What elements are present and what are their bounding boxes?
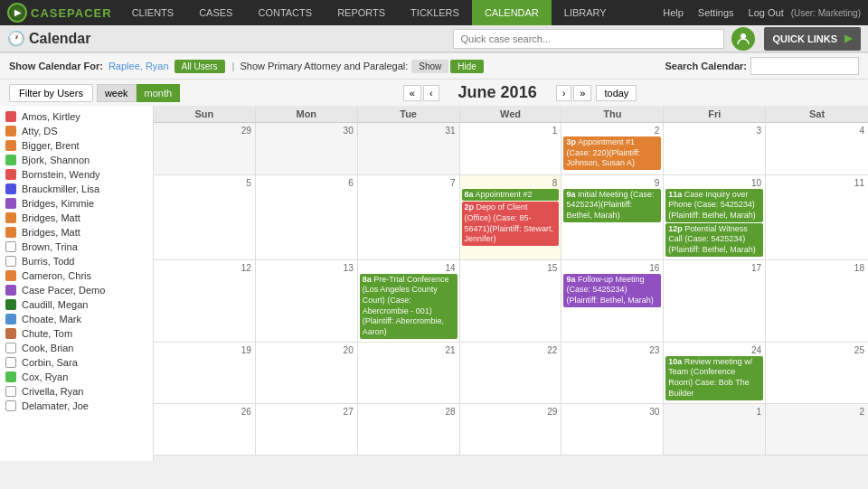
day-cell-jun29[interactable]: 29	[460, 404, 562, 456]
sidebar-name-cook: Cook, Brian	[22, 343, 73, 353]
day-cell-jun2[interactable]: 2 3p Appointment #1 (Case: 220)(Plaintif…	[561, 123, 664, 174]
sidebar-item-atty[interactable]: Atty, DS	[0, 124, 153, 138]
day-cell-jun21[interactable]: 21	[358, 343, 460, 403]
day-cell-jun10[interactable]: 10 11a Case Inquiry over Phone (Case: 54…	[664, 175, 766, 259]
sidebar-name-bridges-matt1: Bridges, Matt	[22, 212, 80, 223]
color-swatch-bigger	[5, 140, 16, 151]
day-cell-jun3[interactable]: 3	[664, 123, 766, 174]
day-cell-jun18[interactable]: 18	[766, 260, 868, 342]
day-cell-jun4[interactable]: 4	[766, 123, 868, 174]
week-view-button[interactable]: week	[97, 84, 137, 102]
day-cell-jun28[interactable]: 28	[358, 404, 460, 456]
hide-button[interactable]: Hide	[450, 60, 484, 73]
day-cell-jul2[interactable]: 2	[766, 404, 868, 456]
last-nav-button[interactable]: »	[573, 85, 591, 101]
day-cell-jun8[interactable]: 8 8a Appointment #2 2p Depo of Client (O…	[460, 175, 562, 259]
sidebar-item-amos[interactable]: Amos, Kirtley	[0, 109, 153, 124]
day-cell-jun30[interactable]: 30	[561, 404, 664, 456]
sidebar-item-brown[interactable]: Brown, Trina	[0, 240, 153, 254]
day-cell-may29[interactable]: 29	[154, 123, 256, 174]
day-cell-jun12[interactable]: 12	[154, 260, 256, 342]
day-cell-jun17[interactable]: 17	[664, 260, 766, 342]
day-number: 19	[156, 344, 253, 356]
sidebar-item-chute[interactable]: Chute, Tom	[0, 326, 153, 341]
sidebar-item-cox[interactable]: Cox, Ryan	[0, 370, 153, 384]
sidebar-item-bjork[interactable]: Bjork, Shannon	[0, 153, 153, 167]
sidebar-item-bigger[interactable]: Bigger, Brent	[0, 138, 153, 153]
sidebar-item-brauckmiller[interactable]: Brauckmiller, Lisa	[0, 182, 153, 196]
day-cell-jun27[interactable]: 27	[256, 404, 358, 456]
day-cell-jun14[interactable]: 14 8a Pre-Trial Conference (Los Angeles …	[358, 260, 460, 342]
sidebar-item-bornstein[interactable]: Bornstein, Wendy	[0, 167, 153, 182]
sidebar-item-choate[interactable]: Choate, Mark	[0, 312, 153, 326]
event-followup[interactable]: 9a Follow-up Meeting (Case: 5425234) (Pl…	[563, 274, 661, 307]
event-appointment1[interactable]: 3p Appointment #1 (Case: 220)(Plaintiff:…	[563, 136, 661, 170]
day-cell-jun11[interactable]: 11	[766, 175, 868, 259]
quick-links-button[interactable]: QUICK LINKS ▶	[764, 27, 862, 51]
show-button[interactable]: Show	[411, 60, 448, 73]
help-link[interactable]: Help	[656, 7, 691, 18]
day-cell-jun9[interactable]: 9 9a Initial Meeting (Case: 5425234)(Pla…	[561, 175, 664, 259]
day-cell-may31[interactable]: 31	[358, 123, 460, 174]
sidebar-item-bridges-matt1[interactable]: Bridges, Matt	[0, 211, 153, 225]
day-cell-jun5[interactable]: 5	[154, 175, 256, 259]
nav-contacts[interactable]: CONTACTS	[245, 0, 325, 25]
event-initial-meeting[interactable]: 9a Initial Meeting (Case: 5425234)(Plain…	[563, 189, 661, 222]
sidebar-item-crivella[interactable]: Crivella, Ryan	[0, 384, 153, 399]
search-calendar-input[interactable]	[750, 57, 859, 75]
day-cell-jun26[interactable]: 26	[154, 404, 256, 456]
event-pretrial[interactable]: 8a Pre-Trial Conference (Los Angeles Cou…	[360, 274, 458, 339]
day-cell-jun23[interactable]: 23	[561, 343, 664, 403]
day-cell-jun22[interactable]: 22	[460, 343, 562, 403]
day-cell-jun20[interactable]: 20	[256, 343, 358, 403]
week-row-2: 5 6 7 8 8a Appointment #2 2p Depo of Cli…	[154, 175, 868, 260]
event-appointment2[interactable]: 8a Appointment #2	[462, 189, 560, 202]
day-cell-jun15[interactable]: 15	[460, 260, 562, 342]
logo[interactable]: ▶ CASEPACER	[0, 3, 119, 23]
day-cell-jun1[interactable]: 1	[460, 123, 562, 174]
nav-clients[interactable]: CLIENTS	[119, 0, 186, 25]
month-view-button[interactable]: month	[137, 84, 181, 102]
day-number: 30	[258, 125, 355, 136]
day-cell-jun24[interactable]: 24 10a Review meeting w/ Team (Conferenc…	[664, 343, 766, 403]
event-depo-client[interactable]: 2p Depo of Client (Office) (Case: 85-564…	[462, 202, 560, 246]
sidebar-item-bridges-matt2[interactable]: Bridges, Matt	[0, 225, 153, 240]
day-cell-jul1[interactable]: 1	[664, 404, 766, 456]
sidebar-item-casepacer[interactable]: Case Pacer, Demo	[0, 283, 153, 297]
search-icon-button[interactable]	[731, 27, 755, 51]
sidebar-item-corbin[interactable]: Corbin, Sara	[0, 355, 153, 370]
nav-ticklers[interactable]: TICKLERS	[398, 0, 472, 25]
nav-calendar[interactable]: CALENDAR	[472, 0, 552, 25]
day-number: 11	[768, 177, 866, 189]
day-cell-jun19[interactable]: 19	[154, 343, 256, 403]
nav-reports[interactable]: REPORTS	[325, 0, 398, 25]
nav-library[interactable]: LIBRARY	[552, 0, 619, 25]
prev-nav-button[interactable]: ‹	[423, 85, 439, 101]
sidebar-item-delamater[interactable]: Delamater, Joe	[0, 399, 153, 413]
event-review-meeting[interactable]: 10a Review meeting w/ Team (Conference R…	[665, 356, 763, 400]
quick-case-search[interactable]	[453, 29, 724, 49]
color-swatch-bridges-matt2	[5, 227, 16, 238]
sidebar-item-bridges-kimmie[interactable]: Bridges, Kimmie	[0, 196, 153, 211]
sidebar-item-caudill[interactable]: Caudill, Megan	[0, 297, 153, 312]
event-case-inquiry[interactable]: 11a Case Inquiry over Phone (Case: 54252…	[665, 189, 763, 222]
day-cell-jun13[interactable]: 13	[256, 260, 358, 342]
settings-link[interactable]: Settings	[691, 7, 741, 18]
first-nav-button[interactable]: «	[403, 85, 421, 101]
today-button[interactable]: today	[596, 85, 637, 101]
sidebar-item-burris[interactable]: Burris, Todd	[0, 254, 153, 268]
next-nav-button[interactable]: ›	[556, 85, 572, 101]
view-controls: Filter by Users week month « ‹ June 2016…	[0, 80, 868, 106]
day-cell-jun6[interactable]: 6	[256, 175, 358, 259]
day-cell-jun7[interactable]: 7	[358, 175, 460, 259]
day-cell-jun16[interactable]: 16 9a Follow-up Meeting (Case: 5425234) …	[561, 260, 664, 342]
day-cell-may30[interactable]: 30	[256, 123, 358, 174]
all-users-button[interactable]: All Users	[175, 60, 225, 73]
event-potential-witness[interactable]: 12p Potential Witness Call (Case: 542523…	[665, 223, 763, 257]
nav-cases[interactable]: CASES	[186, 0, 245, 25]
day-cell-jun25[interactable]: 25	[766, 343, 868, 403]
logout-link[interactable]: Log Out	[741, 7, 791, 18]
sidebar-item-cook[interactable]: Cook, Brian	[0, 341, 153, 355]
filter-by-users-button[interactable]: Filter by Users	[9, 84, 93, 102]
sidebar-item-cameron[interactable]: Cameron, Chris	[0, 268, 153, 283]
